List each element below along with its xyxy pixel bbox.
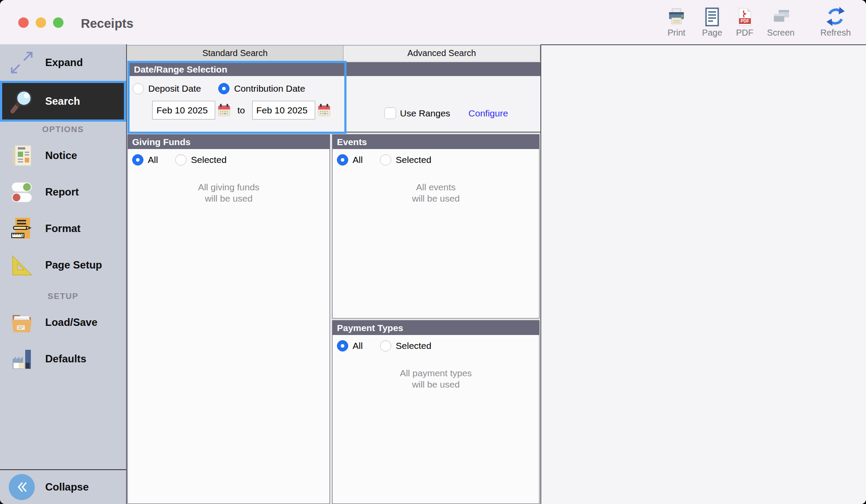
panel-title: Date/Range Selection: [130, 63, 344, 76]
giving-funds-all-radio[interactable]: [132, 154, 143, 166]
screen-button[interactable]: Screen: [761, 5, 801, 38]
zoom-button[interactable]: [53, 17, 63, 28]
panel-title: Payment Types: [333, 321, 539, 335]
giving-funds-note: All giving funds will be used: [128, 182, 330, 204]
sidebar-item-expand[interactable]: Expand: [0, 44, 126, 81]
note-line: All payment types: [333, 368, 539, 379]
panel-title: Giving Funds: [128, 135, 330, 149]
use-ranges-label: Use Ranges: [400, 108, 450, 119]
ranges-body: Use Ranges Configure: [346, 76, 540, 132]
deposit-date-label: Deposit Date: [148, 83, 201, 94]
toolbar-label: Screen: [761, 28, 801, 38]
pdf-icon: PDF: [725, 5, 765, 27]
pdf-button[interactable]: PDF PDF: [725, 5, 765, 38]
use-ranges-row: Use Ranges Configure: [384, 107, 508, 119]
date-range-panel: Date/Range Selection Deposit Date Contri…: [127, 61, 346, 134]
sidebar-item-label: Load/Save: [45, 316, 97, 328]
toolbar-label: Refresh: [816, 28, 856, 38]
calendar-picker-icon[interactable]: [218, 103, 230, 117]
panel-title: Events: [333, 135, 539, 149]
print-button[interactable]: Print: [656, 5, 696, 38]
printer-icon: [656, 5, 696, 27]
events-radios: All Selected: [337, 154, 539, 166]
payment-types-panel: Payment Types All Selected All payment t…: [332, 320, 540, 504]
note-line: All events: [333, 182, 539, 193]
date-fields-row: Feb 10 2025: [152, 101, 330, 119]
close-button[interactable]: [18, 17, 29, 28]
events-selected-radio[interactable]: [380, 154, 391, 166]
app-window: Receipts Print: [0, 0, 866, 504]
sidebar-item-page-setup[interactable]: Page Setup: [0, 247, 126, 283]
sidebar-item-defaults[interactable]: Defaults: [0, 341, 126, 377]
set-square-icon: [9, 252, 35, 278]
sidebar-item-label: Expand: [45, 56, 83, 69]
sidebar-section-setup: SETUP: [0, 288, 126, 304]
events-all-radio[interactable]: [337, 154, 348, 166]
collapse-icon: [9, 474, 35, 500]
payment-types-radios: All Selected: [337, 340, 539, 351]
note-line: will be used: [333, 193, 539, 204]
search-tabbar: Standard Search Advanced Search: [127, 45, 540, 61]
sidebar-item-collapse[interactable]: Collapse: [0, 469, 126, 504]
sidebar-item-load-save[interactable]: Load/Save: [0, 304, 126, 341]
sidebar-item-format[interactable]: Format: [0, 210, 126, 247]
all-label: All: [353, 155, 363, 165]
refresh-button[interactable]: Refresh: [816, 5, 856, 38]
expand-icon: [9, 50, 35, 76]
from-date-field[interactable]: Feb 10 2025: [152, 101, 215, 119]
sidebar-item-label: Search: [45, 95, 80, 107]
format-doc-icon: [9, 216, 35, 242]
payment-types-selected-radio[interactable]: [380, 340, 391, 351]
all-label: All: [353, 341, 363, 351]
events-panel: Events All Selected All events will be u…: [332, 134, 540, 318]
giving-funds-body: All Selected All giving funds will be us…: [128, 149, 330, 504]
folder-icon: [9, 309, 35, 335]
screen-icon: [761, 5, 801, 27]
sidebar-item-search[interactable]: Search: [0, 81, 126, 122]
selected-label: Selected: [396, 341, 431, 351]
bar-chart-icon: [9, 346, 35, 372]
selected-label: Selected: [191, 155, 226, 165]
note-line: will be used: [333, 379, 539, 390]
use-ranges-checkbox[interactable]: [384, 107, 396, 119]
payment-types-all-radio[interactable]: [337, 340, 348, 351]
preview-pane: [540, 44, 866, 504]
contribution-date-radio[interactable]: [218, 83, 230, 94]
to-date-field[interactable]: Feb 10 2025: [252, 101, 315, 119]
giving-funds-radios: All Selected: [132, 154, 330, 166]
note-line: will be used: [128, 193, 330, 204]
calendar-picker-icon[interactable]: [318, 103, 330, 117]
tab-advanced-search[interactable]: Advanced Search: [343, 46, 540, 61]
svg-text:PDF: PDF: [741, 19, 749, 23]
sidebar-item-label: Defaults: [45, 353, 87, 365]
sidebar-item-report[interactable]: Report: [0, 174, 126, 210]
toolbar-label: PDF: [725, 28, 765, 38]
sidebar-item-notice[interactable]: Notice: [0, 137, 126, 174]
sidebar-item-label: Collapse: [45, 481, 89, 493]
date-range-body: Deposit Date Contribution Date Feb 10 20…: [130, 76, 344, 132]
sidebar-item-label: Report: [45, 186, 79, 198]
sidebar-item-label: Notice: [45, 149, 77, 162]
giving-funds-panel: Giving Funds All Selected All giving fun…: [127, 134, 330, 504]
tab-standard-search[interactable]: Standard Search: [127, 46, 343, 61]
sidebar-item-label: Page Setup: [45, 259, 102, 271]
ranges-panel: Use Ranges Configure: [346, 62, 540, 133]
configure-link[interactable]: Configure: [469, 108, 508, 119]
window-title: Receipts: [81, 17, 133, 31]
all-label: All: [148, 155, 158, 165]
payment-types-body: All Selected All payment types will be u…: [333, 335, 539, 504]
payment-types-note: All payment types will be used: [333, 368, 539, 390]
sidebar-section-options: OPTIONS: [0, 122, 126, 137]
note-line: All giving funds: [128, 182, 330, 193]
deposit-date-radio[interactable]: [133, 83, 144, 94]
sidebar-item-label: Format: [45, 222, 80, 235]
search-icon: [9, 88, 35, 114]
ranges-panel-header: [346, 62, 540, 76]
search-settings-area: Standard Search Advanced Search Date/Ran…: [127, 44, 540, 504]
events-note: All events will be used: [333, 182, 539, 204]
sidebar: Expand Search OPTIONS: [0, 44, 127, 504]
selected-label: Selected: [396, 155, 431, 165]
toolbar-label: Print: [656, 28, 696, 38]
giving-funds-selected-radio[interactable]: [175, 154, 187, 166]
minimize-button[interactable]: [36, 17, 46, 28]
